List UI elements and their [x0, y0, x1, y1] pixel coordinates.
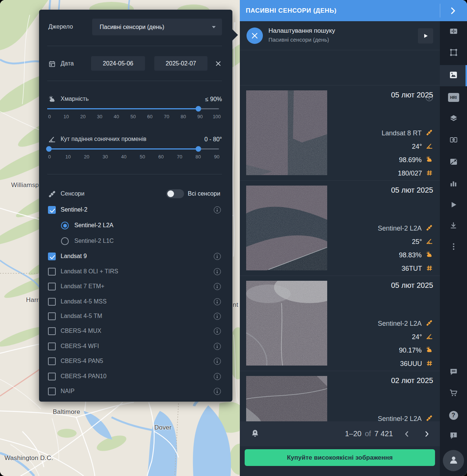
- scene-tile-id: 180/027: [398, 170, 422, 177]
- scene-tile-id: 36UUU: [400, 360, 422, 368]
- map-label-baltimore: Baltimore: [53, 408, 80, 416]
- info-icon[interactable]: [214, 298, 221, 305]
- info-icon[interactable]: [214, 268, 221, 275]
- tool-area-of-interest[interactable]: [440, 43, 467, 64]
- tool-mosaic[interactable]: [440, 152, 467, 173]
- source-select[interactable]: Пасивні сенсори (день): [92, 19, 222, 35]
- tool-hri[interactable]: HRI: [440, 87, 467, 108]
- info-icon[interactable]: [214, 253, 221, 260]
- scene-thumbnail[interactable]: [246, 90, 327, 175]
- checkbox[interactable]: [48, 387, 56, 395]
- tool-more[interactable]: [440, 237, 467, 258]
- scene-sensor: Landsat 8 RT: [381, 129, 422, 137]
- scene-result-row[interactable]: 05 лют 2025 Sentinel-2 L2A 25° 98.83% 36…: [240, 181, 440, 276]
- scene-result-row[interactable]: 05 лют 2025 Sentinel-2 L2A 24° 90.17% 36…: [240, 276, 440, 371]
- checkbox[interactable]: [48, 283, 56, 290]
- scene-sun-angle: 24°: [412, 143, 422, 151]
- checkbox[interactable]: [48, 298, 56, 306]
- scene-sun-angle: 25°: [412, 238, 422, 246]
- right-toolbar: HRI: [440, 21, 467, 476]
- next-page-icon[interactable]: [422, 430, 431, 438]
- scene-thumbnail[interactable]: [246, 186, 327, 270]
- pagination-total: 7 421: [374, 430, 393, 438]
- sun-angle-icon: [48, 135, 56, 145]
- scene-result-row[interactable]: 02 лют 2025 Sentinel-2 L2A: [240, 371, 440, 421]
- tool-help[interactable]: [440, 405, 467, 426]
- run-search-button[interactable]: [418, 28, 433, 44]
- checkbox[interactable]: [48, 357, 56, 365]
- pagination-range: 1–20: [345, 430, 362, 438]
- sun-angle-icon: [426, 238, 433, 247]
- checkbox-checked[interactable]: [48, 206, 56, 214]
- source-label: Джерело: [48, 23, 73, 30]
- sun-angle-slider-thumb-max[interactable]: [196, 146, 201, 152]
- collapse-panel-icon[interactable]: [448, 6, 458, 16]
- tool-cart[interactable]: [440, 383, 467, 404]
- aoi-rectangle-icon: [449, 48, 458, 58]
- tool-timelapse[interactable]: [440, 195, 467, 216]
- info-icon[interactable]: [214, 358, 221, 365]
- info-icon[interactable]: [214, 328, 221, 335]
- radio-selected[interactable]: [61, 222, 69, 229]
- tool-downloads[interactable]: [440, 216, 467, 237]
- info-icon[interactable]: [214, 283, 221, 290]
- checkbox-checked[interactable]: [48, 253, 56, 260]
- scene-sensor: Sentinel-2 L2A: [378, 225, 422, 232]
- mosaic-cut-icon: [449, 157, 458, 168]
- sun-angle-slider[interactable]: [47, 148, 219, 149]
- tile-grid-icon: [426, 264, 433, 273]
- account-button[interactable]: [443, 450, 464, 471]
- help-icon: [449, 411, 458, 420]
- checkbox[interactable]: [48, 342, 56, 350]
- layers-icon: [449, 114, 458, 124]
- checkbox[interactable]: [48, 327, 56, 335]
- date-to-input[interactable]: 2025-02-07: [154, 56, 207, 71]
- scene-cloudiness: 98.83%: [399, 251, 422, 259]
- pagination-status: 1–20 of 7 421: [345, 421, 393, 446]
- radio-unselected[interactable]: [61, 237, 69, 245]
- info-icon[interactable]: [214, 388, 221, 395]
- search-filters-panel: Джерело Пасивні сенсори (день) Дата 2024…: [39, 10, 232, 402]
- checkbox[interactable]: [48, 312, 56, 320]
- scene-thumbnail[interactable]: [246, 376, 327, 421]
- tool-feedback[interactable]: [440, 426, 467, 447]
- buy-high-res-button[interactable]: Купуйте високоякісні зображення: [245, 449, 435, 466]
- cloudiness-slider-thumb[interactable]: [196, 106, 201, 112]
- info-icon[interactable]: [214, 313, 221, 320]
- sun-angle-ticks: 0102030405060708090: [45, 154, 221, 160]
- compare-scenes-icon: [449, 135, 458, 146]
- panel-pointer: [232, 29, 238, 41]
- tool-chat[interactable]: [440, 362, 467, 383]
- cloudiness-icon: [425, 346, 433, 355]
- satellite-icon: [425, 224, 433, 233]
- map-label-dover: Dover: [154, 424, 171, 431]
- cloudiness-icon: [425, 155, 433, 165]
- cloudiness-ticks: 0102030405060708090100: [45, 114, 221, 119]
- info-icon[interactable]: [214, 206, 221, 213]
- checkbox[interactable]: [48, 268, 56, 276]
- tool-analytics[interactable]: [440, 174, 467, 194]
- scene-result-row[interactable]: 05 лют 2025 Landsat 8 RT 24° 98.69% 180/…: [240, 86, 440, 181]
- source-select-value: Пасивні сенсори (день): [100, 24, 164, 30]
- results-header-title: ПАСИВНІ СЕНСОРИ (ДЕНЬ): [246, 7, 336, 15]
- close-search-icon[interactable]: [247, 28, 263, 44]
- notify-bell-icon[interactable]: [250, 429, 260, 440]
- satellite-icon: [425, 319, 433, 328]
- all-sensors-toggle[interactable]: [166, 189, 184, 198]
- sensor-label: Sentinel-2 L2A: [74, 222, 113, 229]
- info-icon[interactable]: [214, 343, 221, 350]
- tool-compare-scenes[interactable]: [440, 130, 467, 151]
- divider: [47, 81, 222, 81]
- date-from-input[interactable]: 2024-05-06: [91, 56, 145, 71]
- tool-layers[interactable]: [440, 109, 467, 129]
- tool-scene-search[interactable]: [440, 65, 467, 86]
- prev-page-icon[interactable]: [402, 430, 411, 438]
- checkbox[interactable]: [48, 373, 56, 380]
- scene-thumbnail[interactable]: [246, 281, 327, 366]
- sensor-label: Sentinel-2: [61, 206, 87, 213]
- info-icon[interactable]: [214, 373, 221, 380]
- sun-angle-slider-thumb-min[interactable]: [46, 146, 52, 152]
- cloudiness-slider[interactable]: [47, 108, 219, 109]
- tool-compare-swipe[interactable]: [440, 22, 467, 42]
- sensor-label: CBERS-4 WFI: [61, 343, 99, 350]
